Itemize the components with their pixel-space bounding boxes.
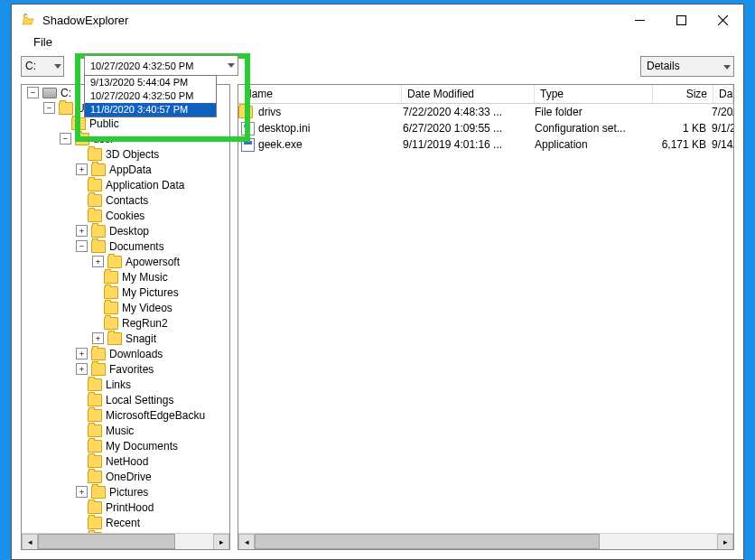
tree-node[interactable]: Local Settings [22, 392, 229, 407]
file-row[interactable]: desktop.ini6/27/2020 1:09:55 ...Configur… [238, 120, 733, 136]
snapshot-option[interactable]: 10/27/2020 4:32:50 PM [85, 89, 216, 103]
tree-node[interactable]: +Favorites [22, 361, 229, 377]
tree-node[interactable]: My Pictures [22, 285, 229, 300]
folder-icon [88, 455, 102, 468]
tree-node-label: Music [106, 425, 134, 437]
tree-node[interactable]: +Desktop [22, 223, 229, 238]
file-date: 7/20/ [706, 106, 733, 118]
drive-icon [42, 88, 57, 98]
chevron-down-icon [54, 59, 61, 71]
tree-node[interactable]: +Downloads [22, 346, 229, 361]
snapshot-option[interactable]: 11/8/2020 3:40:57 PM [85, 103, 216, 117]
tree-node[interactable]: Public [22, 116, 229, 131]
scroll-thumb[interactable] [255, 534, 600, 549]
folder-icon [71, 117, 86, 130]
tree-node-label: My Documents [106, 440, 178, 453]
scroll-thumb[interactable] [38, 534, 175, 549]
tree-node[interactable]: NetHood [22, 453, 229, 469]
column-header-modified[interactable]: Date Modified [402, 85, 535, 103]
title-bar[interactable]: ShadowExplorer [12, 5, 743, 35]
tree-node[interactable]: −Documents [22, 238, 229, 254]
tree-node[interactable]: +Apowersoft [22, 254, 229, 269]
drive-select[interactable]: C: [21, 56, 64, 77]
tree-node[interactable]: My Documents [22, 438, 229, 453]
file-name: desktop.ini [258, 122, 397, 135]
scroll-right-button[interactable]: ▸ [717, 534, 733, 550]
expand-icon[interactable]: + [76, 163, 88, 175]
file-date: 9/1/2 [706, 122, 733, 135]
expand-icon[interactable]: + [92, 332, 104, 344]
close-button[interactable] [702, 5, 743, 34]
tree-hscrollbar[interactable]: ◂ ▸ [22, 533, 229, 549]
toolbar: C: 10/27/2020 4:32:50 PM 9/13/2020 5:44:… [12, 55, 743, 77]
expand-icon[interactable]: + [76, 486, 88, 498]
folder-icon [104, 317, 118, 330]
folder-icon [104, 286, 118, 299]
file-name: geek.exe [258, 138, 397, 151]
tree-node[interactable]: My Music [22, 269, 229, 285]
tree-node[interactable]: 3D Objects [22, 146, 229, 162]
tree-node-label: Downloads [109, 348, 163, 360]
expand-icon[interactable]: + [76, 225, 88, 237]
file-date: 9/14/ [706, 138, 733, 151]
folder-icon [107, 256, 122, 268]
folder-icon [88, 210, 102, 222]
view-mode-select[interactable]: Details [640, 56, 734, 77]
tree-node[interactable]: Links [22, 377, 229, 392]
menu-file[interactable]: File [28, 33, 58, 51]
tree-node[interactable]: MicrosoftEdgeBacku [22, 407, 229, 423]
column-header-type[interactable]: Type [535, 85, 653, 103]
minimize-button[interactable] [619, 5, 660, 34]
collapse-icon[interactable]: − [43, 102, 55, 114]
folder-icon [88, 179, 102, 191]
file-modified: 6/27/2020 1:09:55 ... [397, 122, 529, 135]
folder-icon [59, 102, 73, 115]
collapse-icon[interactable]: − [27, 87, 39, 98]
snapshot-dropdown: 9/13/2020 5:44:04 PM 10/27/2020 4:32:50 … [84, 75, 217, 117]
file-row[interactable]: drivs7/22/2020 4:48:33 ...File folder7/2… [238, 104, 733, 120]
tree-node[interactable]: Contacts [22, 192, 229, 208]
column-header-name[interactable]: Name [238, 85, 402, 103]
folder-icon [91, 348, 106, 360]
tree-node-label: Cookies [106, 210, 144, 222]
tree-node[interactable]: My Videos [22, 300, 229, 315]
tree-node[interactable]: Application Data [22, 177, 229, 192]
column-header-date[interactable]: Date [713, 85, 733, 103]
tree-node-label: My Music [122, 271, 168, 284]
tree-node[interactable]: Music [22, 423, 229, 438]
folder-icon [88, 471, 102, 483]
scroll-left-button[interactable]: ◂ [238, 534, 255, 550]
scroll-right-button[interactable]: ▸ [213, 534, 229, 550]
collapse-icon[interactable]: − [76, 240, 88, 252]
snapshot-option[interactable]: 9/13/2020 5:44:04 PM [85, 76, 216, 89]
file-row[interactable]: geek.exe9/11/2019 4:01:16 ...Application… [238, 136, 733, 153]
tree-node-label: NetHood [106, 455, 148, 468]
tree-node[interactable]: +Pictures [22, 484, 229, 499]
maximize-button[interactable] [660, 5, 702, 34]
file-modified: 7/22/2020 4:48:33 ... [397, 106, 529, 118]
expand-icon[interactable]: + [76, 363, 88, 375]
tree-node[interactable]: Cookies [22, 208, 229, 223]
folder-tree[interactable]: −C:−UsersPublic−user3D Objects+AppDataAp… [22, 85, 229, 533]
tree-node[interactable]: PrintHood [22, 499, 229, 515]
scroll-track[interactable] [38, 534, 213, 549]
tree-node[interactable]: Recent [22, 515, 229, 530]
folder-icon [88, 501, 102, 514]
tree-node[interactable]: RegRun2 [22, 315, 229, 331]
collapse-icon[interactable]: − [60, 133, 71, 145]
scroll-left-button[interactable]: ◂ [22, 534, 38, 550]
expand-icon[interactable]: + [92, 256, 104, 267]
folder-icon [91, 240, 106, 253]
tree-node[interactable]: OneDrive [22, 469, 229, 484]
list-hscrollbar[interactable]: ◂ ▸ [238, 533, 733, 549]
tree-node[interactable]: +AppData [22, 162, 229, 177]
scroll-track[interactable] [255, 534, 717, 549]
expand-icon[interactable]: + [76, 348, 88, 359]
folder-icon [240, 106, 255, 118]
menu-bar: File [12, 35, 743, 55]
snapshot-select[interactable]: 10/27/2020 4:32:50 PM [84, 55, 238, 76]
tree-node[interactable]: −user [22, 131, 229, 146]
column-header-size[interactable]: Size [653, 85, 713, 103]
tree-node[interactable]: +Snagit [22, 331, 229, 346]
tree-node-label: Contacts [106, 194, 148, 207]
